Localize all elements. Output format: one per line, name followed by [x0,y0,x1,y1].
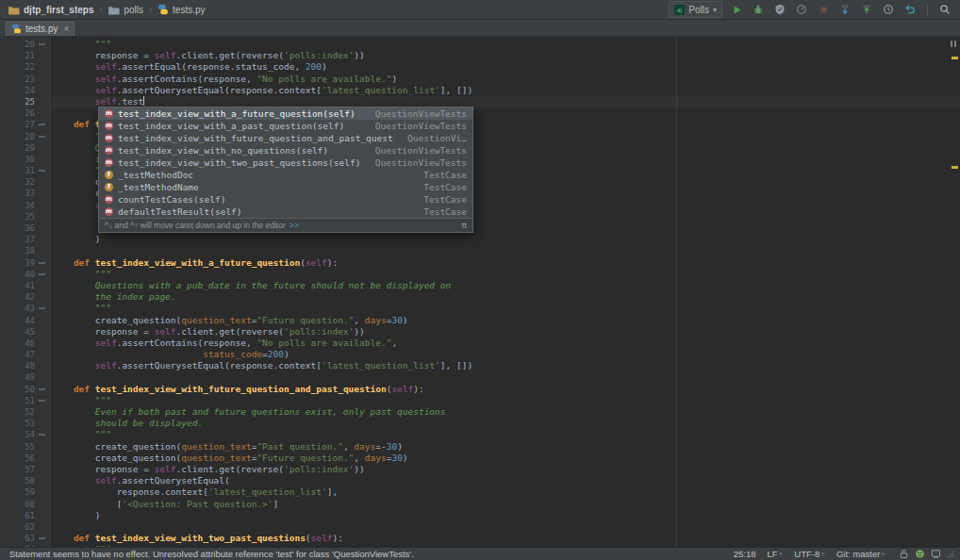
run-button[interactable] [729,2,744,17]
code-line[interactable]: """ [52,39,960,50]
code-line[interactable]: """ [52,429,960,440]
code-line[interactable]: response = self.client.get(reverse('poll… [52,326,960,338]
gutter[interactable]: 2021222324252627282930313233343536373839… [0,37,51,547]
code-line[interactable]: status_code=200) [52,349,960,360]
code-line[interactable]: Questions with a pub_date in the future … [52,280,960,291]
line-number[interactable]: 62 [0,521,50,533]
code-line[interactable]: ) [52,234,960,245]
line-number[interactable]: 52 [0,406,50,418]
code-line[interactable]: create_question(question_text="Future qu… [52,315,960,326]
fold-marker[interactable] [39,400,45,402]
rollback-button[interactable] [902,2,918,17]
code-line[interactable]: def test_index_view_with_future_question… [52,384,960,395]
line-number[interactable]: 54 [0,429,50,440]
completion-item[interactable]: mcountTestCases(self)TestCase [99,193,472,206]
line-number[interactable]: 39 [0,257,50,269]
warning-stripe-mark[interactable] [952,166,958,169]
code-line[interactable]: """ [52,395,960,406]
vcs-commit-button[interactable]: VCS [859,2,874,17]
line-number[interactable]: 30 [0,154,50,165]
scrollbar-marker[interactable] [954,41,956,47]
code-line[interactable]: self.assertQuerysetEqual(response.contex… [52,85,960,96]
line-number[interactable]: 25 [0,96,50,107]
recent-changes-button[interactable] [881,2,896,17]
line-number[interactable]: 47 [0,349,50,360]
completion-item[interactable]: mtest_index_view_with_two_past_questions… [99,156,472,169]
completion-item[interactable]: mtest_index_view_with_a_past_question(se… [99,120,472,132]
fold-marker[interactable] [39,170,45,172]
line-number[interactable]: 27 [0,119,50,130]
line-number[interactable]: 45 [0,326,50,338]
line-number[interactable]: 32 [0,176,50,188]
line-number[interactable]: 48 [0,360,50,371]
lock-icon[interactable] [899,549,909,559]
code-line[interactable]: self.assertQuerysetEqual(response.contex… [52,360,960,371]
code-line[interactable]: self.assertQuerysetEqual( [52,475,960,486]
line-number[interactable]: 55 [0,441,50,453]
code-line[interactable] [52,371,960,383]
completion-item[interactable]: f_testMethodNameTestCase [99,181,472,193]
line-number[interactable]: 24 [0,85,50,96]
fold-marker[interactable] [39,307,45,309]
hector-inspector-icon[interactable] [915,549,925,559]
line-number[interactable]: 35 [0,211,50,222]
line-number[interactable]: 57 [0,464,50,475]
completion-item[interactable]: mtest_index_view_with_future_question_an… [99,132,472,144]
caret-position-widget[interactable]: 25:18 [734,549,756,559]
event-log-icon[interactable] [931,549,941,559]
completion-item[interactable]: f_testMethodDocTestCase [99,169,472,181]
breadcrumb-file[interactable]: tests.py [157,4,205,15]
fold-marker[interactable] [39,388,45,390]
profiler-button[interactable] [794,2,809,17]
line-number[interactable]: 49 [0,371,50,383]
line-number[interactable]: 63 [0,533,50,544]
line-number[interactable]: 44 [0,315,50,326]
line-number[interactable]: 43 [0,303,50,314]
line-number[interactable]: 20 [0,39,50,50]
line-number[interactable]: 51 [0,395,50,406]
code-line[interactable]: def test_index_view_with_two_past_questi… [52,533,960,544]
code-line[interactable]: ) [52,510,960,521]
line-number[interactable]: 56 [0,453,50,464]
sort-by-relevance-icon[interactable]: π [462,221,467,230]
warning-stripe-mark[interactable] [952,57,958,59]
line-number[interactable]: 37 [0,234,50,245]
line-number[interactable]: 26 [0,107,50,119]
encoding-selector[interactable]: UTF-8 ÷ [794,549,825,559]
completion-item[interactable]: mtest_index_view_with_a_future_question(… [99,107,472,120]
code-line[interactable] [52,245,960,256]
run-configuration-selector[interactable]: dj Polls ▾ [669,1,722,18]
fold-marker[interactable] [39,136,45,138]
fold-marker[interactable] [39,537,45,539]
line-number[interactable]: 38 [0,245,50,256]
line-number[interactable]: 42 [0,291,50,303]
breadcrumb-project[interactable]: djtp_first_steps [8,5,93,15]
code-line[interactable] [52,521,960,533]
code-line[interactable]: response = self.client.get(reverse('poll… [52,464,960,475]
fold-marker[interactable] [39,124,45,125]
close-icon[interactable]: × [63,24,69,34]
completion-hint-link[interactable]: >> [290,221,299,230]
line-number[interactable]: 28 [0,131,50,142]
git-branch-widget[interactable]: Git: master ÷ [836,549,886,559]
code-line[interactable]: create_question(question_text="Past ques… [52,441,960,453]
line-number[interactable]: 46 [0,338,50,349]
tab-tests-py[interactable]: tests.py × [4,20,76,36]
line-number[interactable]: 31 [0,165,50,176]
code-line[interactable]: """ [52,303,960,314]
code-line[interactable]: """ [52,269,960,280]
run-with-coverage-button[interactable] [772,2,787,17]
line-number[interactable]: 41 [0,280,50,291]
code-line[interactable]: self.assertContains(response, "No polls … [52,338,960,349]
line-number[interactable]: 53 [0,418,50,429]
code-line[interactable]: should be displayed. [52,418,960,429]
code-line[interactable]: response.context['latest_question_list']… [52,486,960,498]
stop-button[interactable] [816,2,831,17]
line-number[interactable]: 40 [0,269,50,280]
code-line[interactable]: response = self.client.get(reverse('poll… [52,50,960,61]
code-line[interactable]: self.assertContains(response, "No polls … [52,74,960,85]
debug-button[interactable] [751,2,766,17]
code-line[interactable]: def test_index_view_with_a_future_questi… [52,257,960,269]
code-line[interactable]: ['<Question: Past question.>'] [52,499,960,510]
line-number[interactable]: 22 [0,61,50,73]
